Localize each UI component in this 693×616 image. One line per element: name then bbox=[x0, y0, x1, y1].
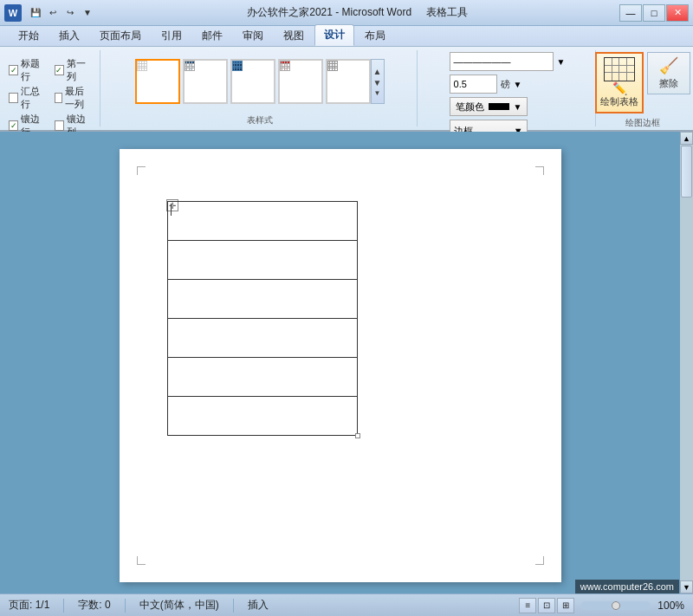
status-sep-2 bbox=[125, 599, 126, 613]
table-style-1[interactable] bbox=[135, 59, 180, 104]
tab-view[interactable]: 视图 bbox=[274, 25, 314, 46]
ribbon: 标题行 第一列 汇总行 最后一列 镶边行 bbox=[0, 47, 693, 132]
view-outline-btn[interactable]: ⊞ bbox=[557, 598, 574, 613]
document-table bbox=[167, 201, 358, 436]
pen-color-label: 笔颜色 bbox=[456, 101, 484, 113]
corner-mark-br bbox=[535, 556, 544, 565]
table-style-4[interactable] bbox=[278, 59, 323, 104]
scroll-track[interactable] bbox=[680, 145, 693, 580]
last-col-option[interactable]: 最后一列 bbox=[55, 85, 94, 111]
header-row-checkbox[interactable] bbox=[9, 65, 18, 75]
insert-mode: 插入 bbox=[248, 598, 269, 613]
status-right: ≡ ⊡ ⊞ 100% bbox=[519, 598, 684, 613]
border-line-style-row: —————— ▼ bbox=[450, 52, 566, 71]
first-col-checkbox[interactable] bbox=[55, 65, 64, 75]
title-bar: W 💾 ↩ ↪ ▼ 办公软件之家2021 - Microsoft Word 表格… bbox=[0, 0, 693, 26]
total-row-label: 汇总行 bbox=[21, 85, 47, 111]
table-cell[interactable] bbox=[167, 280, 357, 319]
scroll-down-btn[interactable]: ▼ bbox=[680, 580, 693, 593]
view-normal-btn[interactable]: ≡ bbox=[519, 598, 536, 613]
corner-mark-tr bbox=[535, 166, 544, 175]
tab-reference[interactable]: 引用 bbox=[152, 25, 191, 46]
weight-dropdown-arrow[interactable]: ▼ bbox=[514, 80, 522, 89]
table-cell[interactable] bbox=[167, 397, 357, 436]
scroll-thumb[interactable] bbox=[681, 146, 692, 198]
tab-start[interactable]: 开始 bbox=[9, 25, 49, 46]
quick-access-toolbar: 💾 ↩ ↪ ▼ bbox=[28, 5, 95, 21]
minimize-button[interactable]: — bbox=[619, 4, 642, 22]
table-style-2[interactable] bbox=[183, 59, 228, 104]
border-weight-input[interactable]: 0.5 bbox=[450, 75, 497, 94]
close-button[interactable]: ✕ bbox=[666, 4, 689, 22]
table-styles-list bbox=[135, 59, 371, 104]
tab-insert[interactable]: 插入 bbox=[49, 25, 89, 46]
draw-border-section: —————— ▼ 0.5 磅 ▼ 笔颜色 ▼ 边框 ▼ bbox=[423, 50, 596, 126]
last-col-label: 最后一列 bbox=[65, 85, 93, 111]
table-style-3[interactable] bbox=[230, 59, 275, 104]
table-row bbox=[167, 280, 357, 319]
eraser-label: 擦除 bbox=[659, 77, 678, 90]
header-row-label: 标题行 bbox=[21, 57, 47, 83]
pen-color-btn[interactable]: 笔颜色 ▼ bbox=[450, 97, 528, 116]
border-line-style-selector[interactable]: —————— bbox=[450, 52, 554, 71]
zoom-slider[interactable] bbox=[581, 601, 651, 610]
draw-action-label: 绘图边框 bbox=[625, 115, 660, 129]
first-col-option[interactable]: 第一列 bbox=[55, 57, 94, 83]
table-styles-scroll-arrow[interactable]: ▲ ▼ ▼ bbox=[371, 59, 385, 104]
tab-design[interactable]: 设计 bbox=[314, 24, 354, 46]
corner-mark-tl bbox=[137, 166, 146, 175]
table-row bbox=[167, 358, 357, 397]
tools-tab-title: 表格工具 bbox=[426, 6, 468, 18]
zoom-level: 100% bbox=[657, 600, 684, 612]
eraser-button[interactable]: 🧹 擦除 bbox=[647, 52, 690, 94]
table-style-5[interactable] bbox=[326, 59, 371, 104]
table-cell[interactable] bbox=[167, 241, 357, 280]
total-row-checkbox[interactable] bbox=[9, 93, 18, 103]
pen-color-arrow[interactable]: ▼ bbox=[514, 102, 522, 112]
table-cell[interactable] bbox=[167, 319, 357, 358]
table-resize-handle[interactable] bbox=[355, 433, 360, 438]
page-info: 页面: 1/1 bbox=[9, 598, 49, 613]
watermark: www.computer26.com bbox=[575, 580, 679, 593]
document-page: ✛ bbox=[120, 149, 561, 582]
table-style-options-section: 标题行 第一列 汇总行 最后一列 镶边行 bbox=[5, 50, 100, 126]
banded-rows-checkbox[interactable] bbox=[9, 120, 18, 131]
zoom-thumb[interactable] bbox=[612, 601, 620, 610]
scroll-up-btn[interactable]: ▲ bbox=[680, 132, 693, 145]
table-styles-section: ▲ ▼ ▼ 表样式 bbox=[106, 50, 418, 126]
table-row bbox=[167, 202, 357, 241]
header-row-option[interactable]: 标题行 bbox=[9, 57, 48, 83]
draw-table-button[interactable]: ✏️ 绘制表格 bbox=[595, 52, 644, 113]
quick-access-more-btn[interactable]: ▼ bbox=[80, 5, 95, 21]
language-info: 中文(简体，中国) bbox=[139, 598, 219, 613]
banded-cols-checkbox[interactable] bbox=[55, 120, 64, 131]
tab-page-layout[interactable]: 页面布局 bbox=[90, 25, 151, 46]
vertical-scrollbar[interactable]: ▲ ▼ bbox=[680, 132, 693, 593]
table-styles-label: 表样式 bbox=[247, 113, 273, 126]
window-title: 办公软件之家2021 - Microsoft Word 表格工具 bbox=[95, 5, 619, 20]
line-dropdown-arrow[interactable]: ▼ bbox=[557, 57, 566, 67]
undo-quick-btn[interactable]: ↩ bbox=[45, 5, 61, 21]
last-col-checkbox[interactable] bbox=[55, 93, 62, 103]
redo-quick-btn[interactable]: ↪ bbox=[62, 5, 78, 21]
app-logo: W bbox=[4, 4, 22, 22]
tab-layout[interactable]: 布局 bbox=[355, 25, 395, 46]
table-row bbox=[167, 241, 357, 280]
title-bar-left: W 💾 ↩ ↪ ▼ bbox=[4, 4, 95, 22]
draw-table-label: 绘制表格 bbox=[600, 95, 638, 108]
save-quick-btn[interactable]: 💾 bbox=[28, 5, 43, 21]
draw-action-section: ✏️ 绘制表格 🧹 擦除 绘图边框 bbox=[601, 50, 688, 126]
word-count: 字数: 0 bbox=[78, 598, 110, 613]
corner-mark-bl bbox=[137, 556, 146, 565]
maximize-button[interactable]: □ bbox=[643, 4, 665, 22]
view-layout-btn[interactable]: ⊡ bbox=[538, 598, 555, 613]
table-cell[interactable] bbox=[167, 202, 357, 241]
status-sep-3 bbox=[233, 599, 234, 613]
tab-mail[interactable]: 邮件 bbox=[192, 25, 232, 46]
weight-unit: 磅 bbox=[501, 78, 510, 91]
total-row-option[interactable]: 汇总行 bbox=[9, 85, 48, 111]
tab-review[interactable]: 审阅 bbox=[233, 25, 273, 46]
table-cell[interactable] bbox=[167, 358, 357, 397]
style-options-grid: 标题行 第一列 汇总行 最后一列 镶边行 bbox=[9, 54, 93, 142]
status-bar: 页面: 1/1 字数: 0 中文(简体，中国) 插入 ≡ ⊡ ⊞ 100% bbox=[0, 593, 693, 616]
